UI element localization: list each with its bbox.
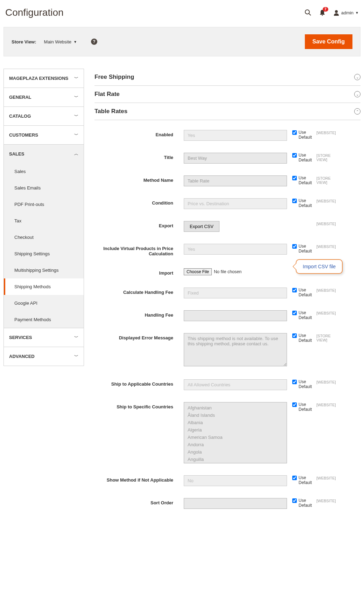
notifications-icon[interactable]: 7 (319, 9, 326, 16)
search-icon[interactable] (304, 9, 312, 16)
label-error-msg: Displayed Error Message (94, 333, 184, 340)
scope-label: [WEBSITE] (312, 310, 340, 315)
title-use-default[interactable]: Use Default (292, 153, 312, 163)
ship-applicable-select[interactable]: All Allowed Countries (184, 379, 287, 390)
svg-point-0 (305, 10, 309, 14)
help-icon[interactable]: ? (91, 39, 97, 45)
section-free-shipping[interactable]: Free Shipping ⌄ (94, 69, 360, 86)
page-title: Configuration (5, 7, 64, 18)
country-option[interactable]: Antarctica (184, 463, 287, 463)
include-virtual-select[interactable]: Yes (184, 244, 287, 255)
import-callout: Import CSV file (296, 259, 343, 274)
scope-label: [WEBSITE] (312, 221, 340, 226)
calc-handling-select[interactable]: Fixed (184, 288, 287, 298)
sidebar-section-sales[interactable]: SALES︿ (4, 145, 84, 163)
condition-select[interactable]: Price vs. Destination (184, 198, 287, 209)
file-chosen-text: No file chosen (214, 269, 241, 274)
sidebar-section-customers[interactable]: CUSTOMERS﹀ (4, 126, 84, 144)
notification-badge: 7 (323, 7, 328, 12)
sidebar-item-checkout[interactable]: Checkout (4, 229, 84, 246)
sidebar-section-mageplaza-extensions[interactable]: MAGEPLAZA EXTENSIONS﹀ (4, 69, 84, 88)
scope-label: [WEBSITE] (312, 198, 340, 203)
show-not-applicable-use-default[interactable]: Use Default (292, 475, 312, 485)
country-option[interactable]: Afghanistan (184, 404, 287, 412)
save-config-button[interactable]: Save Config (305, 34, 352, 49)
handling-fee-use-default[interactable]: Use Default (292, 310, 312, 320)
sidebar-item-pdf-print-outs[interactable]: PDF Print-outs (4, 196, 84, 213)
label-show-not-applicable: Show Method if Not Applicable (94, 475, 184, 483)
export-csv-button[interactable]: Export CSV (184, 221, 219, 232)
label-method-name: Method Name (94, 175, 184, 183)
sidebar-item-sales-emails[interactable]: Sales Emails (4, 180, 84, 196)
sort-order-use-default[interactable]: Use Default (292, 498, 312, 508)
user-icon (333, 9, 340, 16)
scope-label: [WEBSITE] (312, 379, 340, 384)
country-option[interactable]: Angola (184, 448, 287, 456)
handling-fee-input[interactable] (184, 310, 287, 321)
label-sort-order: Sort Order (94, 498, 184, 505)
scope-label: [STORE VIEW] (312, 333, 340, 342)
sidebar-section-general[interactable]: GENERAL﹀ (4, 88, 84, 106)
user-menu[interactable]: admin ▼ (333, 9, 359, 16)
title-input[interactable] (184, 153, 287, 164)
error-msg-textarea[interactable]: This shipping method is not available. T… (184, 333, 287, 366)
section-table-rates[interactable]: Table Rates ⌃ (94, 103, 360, 120)
store-view-label: Store View: (12, 39, 36, 44)
country-option[interactable]: Anguilla (184, 456, 287, 463)
chevron-down-icon: ﹀ (74, 132, 78, 138)
sidebar-item-tax[interactable]: Tax (4, 213, 84, 229)
scope-label: [STORE VIEW] (312, 175, 340, 185)
country-option[interactable]: Andorra (184, 441, 287, 448)
label-title: Title (94, 153, 184, 160)
sidebar-item-multishipping-settings[interactable]: Multishipping Settings (4, 262, 84, 278)
svg-line-1 (309, 14, 311, 15)
country-option[interactable]: Albania (184, 419, 287, 426)
sidebar-section-advanced[interactable]: ADVANCED﹀ (4, 347, 84, 366)
sidebar-item-shipping-methods[interactable]: Shipping Methods (4, 278, 84, 295)
chevron-down-icon: ﹀ (74, 353, 78, 359)
sidebar-item-sales[interactable]: Sales (4, 163, 84, 180)
method-name-use-default[interactable]: Use Default (292, 175, 312, 185)
chevron-down-icon: ﹀ (74, 334, 78, 340)
svg-point-2 (335, 10, 338, 13)
scope-label: [WEBSITE] (312, 402, 340, 407)
ship-specific-use-default[interactable]: Use Default (292, 402, 312, 412)
chevron-down-icon: ▼ (74, 40, 77, 44)
ship-applicable-use-default[interactable]: Use Default (292, 379, 312, 389)
section-flat-rate[interactable]: Flat Rate ⌄ (94, 86, 360, 103)
condition-use-default[interactable]: Use Default (292, 198, 312, 208)
scope-label: [WEBSITE] (312, 130, 340, 135)
country-option[interactable]: Åland Islands (184, 412, 287, 419)
ship-specific-multiselect[interactable]: AfghanistanÅland IslandsAlbaniaAlgeriaAm… (184, 402, 287, 463)
sidebar-section-catalog[interactable]: CATALOG﹀ (4, 107, 84, 125)
store-view-select[interactable]: Main Website ▼ (44, 39, 77, 44)
error-msg-use-default[interactable]: Use Default (292, 333, 312, 343)
sidebar-item-payment-methods[interactable]: Payment Methods (4, 311, 84, 328)
calc-handling-use-default[interactable]: Use Default (292, 288, 312, 297)
label-calc-handling: Calculate Handling Fee (94, 288, 184, 295)
country-option[interactable]: Algeria (184, 426, 287, 434)
label-condition: Condition (94, 198, 184, 206)
country-option[interactable]: American Samoa (184, 434, 287, 441)
enabled-select[interactable]: Yes (184, 130, 287, 141)
show-not-applicable-select[interactable]: No (184, 475, 287, 486)
chevron-down-icon: ﹀ (74, 94, 78, 100)
scope-label: [WEBSITE] (312, 475, 340, 480)
collapse-icon: ⌃ (354, 108, 360, 115)
chevron-up-icon: ︿ (74, 151, 78, 157)
enabled-use-default[interactable]: Use Default (292, 130, 312, 140)
include-virtual-use-default[interactable]: Use Default (292, 244, 312, 254)
user-name: admin (341, 10, 354, 15)
label-import: Import (94, 268, 184, 276)
label-ship-applicable: Ship to Applicable Countries (94, 379, 184, 387)
label-ship-specific: Ship to Specific Countries (94, 402, 184, 409)
scope-label: [WEBSITE] (312, 244, 340, 249)
scope-label: [WEBSITE] (312, 498, 340, 503)
choose-file-button[interactable]: Choose File (184, 268, 212, 275)
sort-order-input[interactable] (184, 498, 287, 509)
sidebar-item-google-api[interactable]: Google API (4, 295, 84, 311)
sidebar-item-shipping-settings[interactable]: Shipping Settings (4, 246, 84, 262)
method-name-input[interactable] (184, 175, 287, 186)
sidebar-section-services[interactable]: SERVICES﹀ (4, 328, 84, 347)
label-include-virtual: Include Virtual Products in Price Calcul… (94, 244, 184, 256)
